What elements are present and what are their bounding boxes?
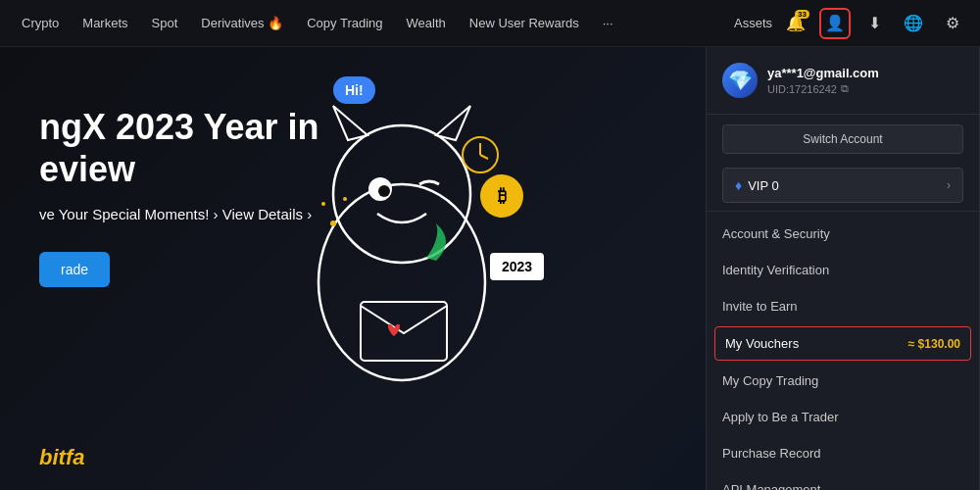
trade-button[interactable]: rade	[39, 252, 110, 287]
avatar-icon: 💎	[728, 69, 753, 92]
nav-item-copy-trading[interactable]: Copy Trading	[297, 10, 392, 36]
settings-icon: ⚙	[946, 14, 959, 32]
svg-marker-2	[333, 106, 368, 140]
settings-button[interactable]: ⚙	[937, 8, 968, 39]
svg-point-5	[378, 185, 390, 197]
download-button[interactable]: ⬇	[858, 8, 890, 39]
nav-item-wealth[interactable]: Wealth	[397, 10, 456, 36]
copy-uid-button[interactable]: ⧉	[841, 82, 849, 95]
svg-marker-3	[436, 106, 470, 140]
profile-button[interactable]: 👤	[819, 8, 851, 39]
svg-point-8	[321, 202, 325, 206]
switch-account-button[interactable]: Switch Account	[722, 124, 963, 154]
mascot-area: Hi!	[196, 57, 608, 468]
user-uid: UID:17216242 ⧉	[767, 82, 879, 95]
svg-point-7	[330, 220, 336, 226]
navbar: Crypto Markets Spot Derivatives 🔥 Copy T…	[0, 0, 980, 47]
vip-chevron-icon: ›	[947, 178, 951, 192]
globe-icon: 🌐	[904, 14, 923, 32]
mascot-illustration	[274, 86, 529, 400]
notification-badge: 33	[795, 10, 809, 19]
menu-item-my-copy-trading[interactable]: My Copy Trading	[707, 363, 979, 399]
nav-right: Assets 🔔 33 👤 ⬇ 🌐 ⚙	[734, 8, 968, 39]
user-email: ya***1@gmail.com	[767, 66, 879, 80]
year-badge: 2023	[490, 253, 544, 280]
svg-rect-6	[361, 302, 447, 361]
nav-items: Crypto Markets Spot Derivatives 🔥 Copy T…	[12, 10, 734, 36]
nav-item-spot[interactable]: Spot	[142, 10, 188, 36]
assets-button[interactable]: Assets	[734, 16, 772, 30]
svg-point-0	[318, 184, 485, 380]
voucher-value: ≈ $130.00	[908, 337, 960, 351]
menu-item-account-security[interactable]: Account & Security	[707, 216, 979, 252]
dropdown-header: 💎 ya***1@gmail.com UID:17216242 ⧉	[707, 47, 979, 115]
menu-item-purchase-record[interactable]: Purchase Record	[707, 435, 979, 471]
user-info: ya***1@gmail.com UID:17216242 ⧉	[767, 66, 879, 95]
avatar: 💎	[722, 63, 758, 98]
globe-button[interactable]: 🌐	[898, 8, 929, 39]
notification-button[interactable]: 🔔 33	[780, 8, 811, 39]
nav-item-markets[interactable]: Markets	[73, 10, 137, 36]
vip-info: ♦ VIP 0	[735, 177, 779, 193]
svg-point-1	[333, 125, 470, 263]
vip-row[interactable]: ♦ VIP 0 ›	[722, 168, 963, 203]
nav-item-derivatives[interactable]: Derivatives 🔥	[191, 10, 293, 36]
menu-item-apply-trader[interactable]: Apply to Be a Trader	[707, 399, 979, 435]
download-icon: ⬇	[868, 14, 881, 32]
svg-point-9	[343, 197, 347, 201]
menu-item-my-vouchers[interactable]: My Vouchers ≈ $130.00	[714, 326, 971, 361]
user-icon: 👤	[825, 14, 845, 32]
vip-label: VIP 0	[748, 178, 779, 193]
divider	[707, 211, 979, 212]
menu-item-api-management[interactable]: API Management	[707, 471, 979, 490]
bitfa-logo: bitfa	[39, 445, 84, 470]
nav-item-more[interactable]: ···	[593, 10, 623, 36]
nav-item-new-user-rewards[interactable]: New User Rewards	[460, 10, 589, 36]
vip-diamond-icon: ♦	[735, 177, 742, 193]
nav-item-crypto[interactable]: Crypto	[12, 10, 69, 36]
menu-item-invite-to-earn[interactable]: Invite to Earn	[707, 288, 979, 324]
dropdown-panel: 💎 ya***1@gmail.com UID:17216242 ⧉ Switch…	[706, 47, 980, 490]
btc-bubble: ₿	[480, 174, 523, 218]
svg-line-12	[480, 155, 488, 159]
menu-item-identity-verification[interactable]: Identity Verification	[707, 252, 979, 288]
